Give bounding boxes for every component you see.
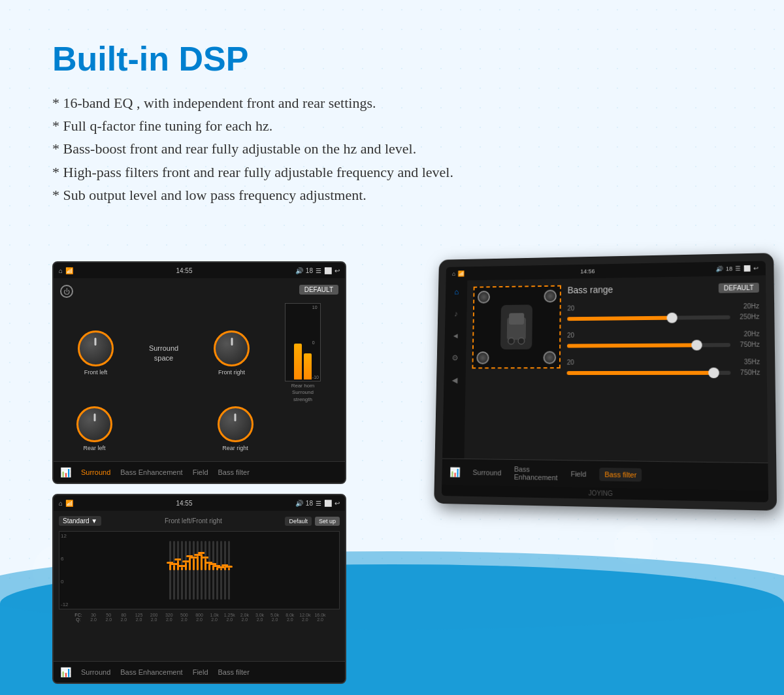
sidebar-music[interactable]: ♪ bbox=[449, 308, 462, 320]
sidebar-settings[interactable]: ⚙ bbox=[449, 351, 461, 364]
bass-label-20hz-2: 20Hz bbox=[743, 330, 759, 337]
vu-meter: 10 0 -10 bbox=[285, 303, 321, 381]
tab-bass-enhancement-2[interactable]: Bass Enhancement bbox=[120, 668, 182, 676]
eq-slider-10[interactable] bbox=[204, 534, 206, 606]
eq-screen: ⌂ 📶 14:55 🔊 18 ☰ ⬜ ↩ Standa bbox=[52, 494, 346, 684]
power-button[interactable]: ⏻ bbox=[60, 285, 73, 298]
eq-slider-11[interactable] bbox=[208, 534, 210, 606]
eq-slider-7[interactable] bbox=[193, 534, 195, 606]
eq-freq-320: 320 bbox=[163, 613, 176, 617]
slider-value-3: 750Hz bbox=[736, 369, 760, 376]
eq-q-14: 2.0 bbox=[284, 617, 297, 622]
rear-left-knob[interactable] bbox=[76, 406, 112, 442]
eq-thumb-14 bbox=[218, 566, 225, 568]
slider-track-2[interactable] bbox=[567, 343, 730, 348]
default-button-1[interactable]: DEFAULT bbox=[299, 285, 338, 295]
front-left-label: Front left bbox=[84, 369, 108, 376]
eq-q-7: 2.0 bbox=[178, 617, 191, 622]
eq-scale-minus12: -12 bbox=[61, 602, 69, 607]
eq-slider-14[interactable] bbox=[220, 534, 222, 606]
tablet-upper: Bass range DEFAULT 20 20Hz bbox=[472, 282, 760, 386]
eq-fill-16 bbox=[228, 568, 230, 570]
slider-fill-2 bbox=[567, 343, 697, 348]
tab-icon-eq-2[interactable]: 📊 bbox=[60, 667, 71, 677]
tablet-home-icon: ⌂ bbox=[452, 270, 455, 277]
sidebar-speaker[interactable]: ◄ bbox=[449, 329, 462, 342]
bass-control-3: 20 35Hz 750Hz bbox=[567, 358, 760, 376]
eq-setup-btn[interactable]: Set up bbox=[315, 517, 340, 526]
time-2: 14:55 bbox=[176, 500, 192, 507]
front-right-knob[interactable] bbox=[214, 331, 250, 366]
tab-bass-filter-2[interactable]: Bass filter bbox=[218, 668, 250, 676]
eq-slider-2[interactable] bbox=[173, 534, 175, 606]
eq-q-4: 2.0 bbox=[132, 617, 145, 622]
preset-select[interactable]: Standard ▼ bbox=[59, 516, 101, 526]
eq-default-btn[interactable]: Default bbox=[285, 517, 312, 526]
slider-fill-1 bbox=[567, 315, 672, 321]
volume-icon: 🔊 bbox=[295, 267, 303, 274]
vu-label-2: Surround bbox=[291, 389, 315, 396]
eq-slider-9[interactable] bbox=[201, 534, 203, 606]
tablet-tab-field[interactable]: Field bbox=[570, 470, 586, 478]
slider-thumb-1 bbox=[667, 312, 678, 323]
eq-slider-5[interactable] bbox=[185, 534, 187, 606]
eq-q-11: 2.0 bbox=[238, 617, 251, 622]
eq-freq-200: 200 bbox=[148, 613, 161, 617]
eq-q-3: 2.0 bbox=[117, 617, 130, 622]
eq-freq-3k: 3.0k bbox=[253, 613, 266, 617]
eq-slider-12[interactable] bbox=[212, 534, 214, 606]
tab-field-1[interactable]: Field bbox=[193, 468, 208, 476]
front-left-knob[interactable] bbox=[78, 331, 114, 366]
home-icon-2: ⌂ bbox=[59, 500, 63, 507]
sidebar-home[interactable]: ⌂ bbox=[450, 285, 463, 298]
screens-container: ⌂ 📶 14:55 🔊 18 ☰ ⬜ ↩ ⏻ DEFAULT bbox=[52, 261, 346, 684]
eq-slider-track-6 bbox=[189, 541, 191, 600]
eq-thumb-8 bbox=[194, 554, 201, 556]
eq-thumb-10 bbox=[202, 557, 209, 558]
feature-item-5: * Sub output level and low pass frequenc… bbox=[52, 184, 732, 206]
tablet-tab-bass-filter[interactable]: Bass filter bbox=[599, 468, 642, 481]
slider-value-1: 250Hz bbox=[736, 313, 759, 320]
eq-slider-1[interactable] bbox=[169, 534, 171, 606]
tablet-tab-surround[interactable]: Surround bbox=[472, 468, 501, 477]
eq-freq-5k: 5.0k bbox=[269, 613, 282, 617]
eq-fill-2 bbox=[173, 565, 175, 570]
eq-slider-16[interactable] bbox=[228, 534, 230, 606]
rear-right-knob[interactable] bbox=[218, 406, 253, 442]
slider-track-3[interactable] bbox=[567, 370, 731, 374]
surround-screen-content: ⏻ DEFAULT Front left Surroundspace bbox=[54, 278, 345, 461]
eq-slider-track-3 bbox=[177, 541, 179, 600]
tab-bass-enhancement-1[interactable]: Bass Enhancement bbox=[120, 468, 182, 476]
eq-slider-8[interactable] bbox=[197, 534, 199, 606]
speaker-rl bbox=[476, 351, 489, 364]
eq-slider-6[interactable] bbox=[189, 534, 191, 606]
eq-freq-125: 125 bbox=[132, 613, 145, 617]
tablet-status-right: 🔊 18 ☰ ⬜ ↩ bbox=[715, 265, 759, 272]
sidebar-volume[interactable]: ◀ bbox=[448, 374, 461, 387]
eq-slider-13[interactable] bbox=[216, 534, 218, 606]
eq-slider-track-9 bbox=[201, 541, 203, 600]
vu-scale: 10 0 -10 bbox=[311, 304, 320, 381]
left-screens: ⌂ 📶 14:55 🔊 18 ☰ ⬜ ↩ ⏻ DEFAULT bbox=[52, 261, 346, 684]
bass-default-btn[interactable]: DEFAULT bbox=[718, 282, 759, 293]
tab-bass-filter-1[interactable]: Bass filter bbox=[218, 468, 250, 476]
eq-thumb-2 bbox=[171, 563, 178, 565]
slider-track-1[interactable] bbox=[567, 315, 730, 321]
slider-row-1: 250Hz bbox=[567, 313, 759, 322]
tab-icon-equalizer[interactable]: 📊 bbox=[60, 467, 71, 477]
eq-slider-4[interactable] bbox=[181, 534, 183, 606]
tab-surround-1[interactable]: Surround bbox=[81, 468, 110, 476]
bass-label-20-3: 20 bbox=[567, 359, 574, 366]
speaker-diagram bbox=[472, 285, 561, 369]
tab-surround-2[interactable]: Surround bbox=[81, 668, 110, 676]
tablet-tab-icon[interactable]: 📊 bbox=[449, 467, 461, 477]
tab-field-2[interactable]: Field bbox=[193, 668, 208, 676]
bass-control-2: 20 20Hz 750Hz bbox=[567, 330, 760, 349]
eq-slider-15[interactable] bbox=[224, 534, 226, 606]
eq-thumb-7 bbox=[190, 557, 197, 558]
eq-thumb-4 bbox=[178, 565, 186, 567]
eq-freq-800: 800 bbox=[193, 613, 206, 617]
eq-fc-label: FC: bbox=[72, 613, 85, 617]
eq-scale-0: 0 bbox=[61, 579, 69, 585]
eq-slider-3[interactable] bbox=[177, 534, 179, 606]
